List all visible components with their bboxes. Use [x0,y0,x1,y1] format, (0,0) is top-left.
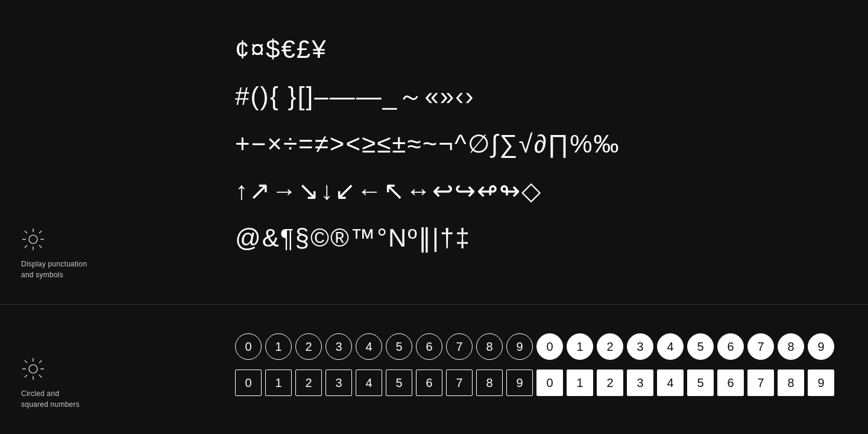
symbol-row-2: #(){ }[]–——_～«»‹› [235,81,832,112]
circled-4-outline: 4 [356,333,382,360]
squared-4-outline: 4 [356,370,382,396]
svg-point-9 [29,365,37,373]
circled-2-outline: 2 [295,333,322,360]
symbol-row-3: +−×÷=≠><≥≤±≈~¬^∅∫∑√∂∏%‰ [235,129,832,159]
circled-numbers-row: 0 1 2 3 4 5 6 7 8 9 0 1 2 3 4 5 6 7 8 9 [235,333,834,360]
sidebar-bottom: Circled and squared numbers [0,305,211,434]
circled-4-filled: 4 [657,333,684,360]
circled-7-filled: 7 [747,333,774,360]
squared-1-filled: 1 [567,370,593,396]
svg-line-6 [39,245,42,248]
circled-1-outline: 1 [265,333,292,360]
page: Display punctuation and symbols ¢¤$€£¥ #… [0,0,868,434]
svg-line-7 [39,231,42,233]
svg-line-14 [25,360,27,363]
svg-line-5 [25,231,27,233]
squared-2-outline: 2 [295,370,322,396]
circled-1-filled: 1 [567,333,593,360]
squared-8-outline: 8 [476,370,503,396]
squared-6-filled: 6 [717,370,744,396]
squared-5-outline: 5 [386,370,412,396]
squared-7-filled: 7 [747,370,774,396]
squared-7-outline: 7 [446,370,473,396]
sidebar-top: Display punctuation and symbols [0,0,211,304]
symbol-display: ¢¤$€£¥ #(){ }[]–——_～«»‹› +−×÷=≠><≥≤±≈~¬^… [211,0,868,304]
squared-9-filled: 9 [808,370,834,396]
squared-6-outline: 6 [416,370,442,396]
sun-icon-2 [21,357,45,381]
bottom-section: Circled and squared numbers 0 1 2 3 4 5 … [0,305,868,434]
symbol-row-4: ↑↗→↘↓↙←↖↔↩↪↫↬◇ [235,176,832,206]
sun-icon [21,227,45,251]
circled-6-outline: 6 [416,333,442,360]
section-label-bottom: Circled and squared numbers [21,388,80,410]
squared-0-outline: 0 [235,370,262,396]
squared-numbers-row: 0 1 2 3 4 5 6 7 8 9 0 1 2 3 4 5 6 7 8 9 [235,370,834,396]
svg-line-15 [39,375,42,377]
squared-3-filled: 3 [627,370,653,396]
squared-0-filled: 0 [536,370,563,396]
circled-9-outline: 9 [506,333,533,360]
circled-squared-display: 0 1 2 3 4 5 6 7 8 9 0 1 2 3 4 5 6 7 8 9 [211,305,868,434]
top-section: Display punctuation and symbols ¢¤$€£¥ #… [0,0,868,305]
circled-8-outline: 8 [476,333,503,360]
symbol-row-5: @&¶§©®™°Nº‖|†‡ [235,223,832,253]
squared-4-filled: 4 [657,370,684,396]
svg-line-16 [39,360,42,363]
squared-2-filled: 2 [597,370,623,396]
svg-point-0 [29,235,37,244]
section-label-top: Display punctuation and symbols [21,259,87,280]
squared-5-filled: 5 [687,370,714,396]
circled-2-filled: 2 [597,333,623,360]
squared-8-filled: 8 [778,370,804,396]
squared-9-outline: 9 [506,370,533,396]
circled-6-filled: 6 [717,333,744,360]
squared-3-outline: 3 [326,370,352,396]
circled-5-outline: 5 [386,333,412,360]
circled-9-filled: 9 [808,333,834,360]
circled-5-filled: 5 [687,333,714,360]
circled-7-outline: 7 [446,333,473,360]
circled-3-outline: 3 [326,333,352,360]
squared-1-outline: 1 [265,370,292,396]
svg-line-8 [25,245,27,248]
circled-0-outline: 0 [235,333,262,360]
svg-line-17 [25,375,27,377]
symbol-row-1: ¢¤$€£¥ [235,34,832,64]
circled-0-filled: 0 [536,333,563,360]
circled-8-filled: 8 [778,333,804,360]
circled-3-filled: 3 [627,333,653,360]
